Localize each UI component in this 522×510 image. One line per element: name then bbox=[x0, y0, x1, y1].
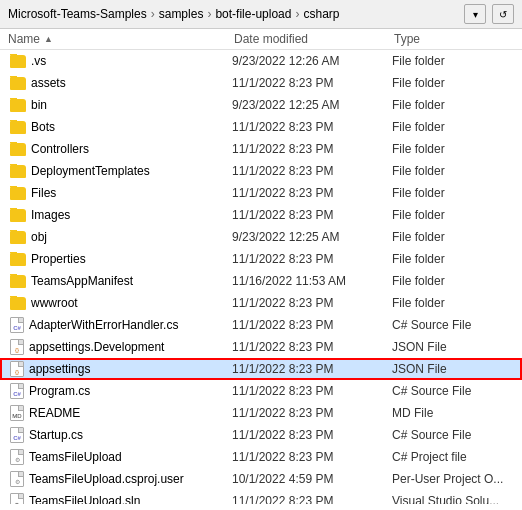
type-column-header[interactable]: Type bbox=[394, 32, 514, 46]
table-row[interactable]: Bots 11/1/2022 8:23 PM File folder bbox=[0, 116, 522, 138]
file-date: 11/1/2022 8:23 PM bbox=[232, 76, 392, 90]
table-row[interactable]: C# AdapterWithErrorHandler.cs 11/1/2022 … bbox=[0, 314, 522, 336]
cs-file-icon: C# bbox=[10, 427, 24, 443]
table-row[interactable]: ⚙ TeamsFileUpload 11/1/2022 8:23 PM C# P… bbox=[0, 446, 522, 468]
table-row[interactable]: C# Startup.cs 11/1/2022 8:23 PM C# Sourc… bbox=[0, 424, 522, 446]
file-name-cell: wwwroot bbox=[10, 296, 232, 310]
breadcrumb-csharp[interactable]: csharp bbox=[303, 7, 339, 21]
file-name-cell: DeploymentTemplates bbox=[10, 164, 232, 178]
file-type: JSON File bbox=[392, 362, 512, 376]
folder-icon bbox=[10, 209, 26, 222]
file-name-cell: obj bbox=[10, 230, 232, 244]
table-row[interactable]: ■ TeamsFileUpload.sln 11/1/2022 8:23 PM … bbox=[0, 490, 522, 504]
file-name: Startup.cs bbox=[29, 428, 83, 442]
table-row[interactable]: DeploymentTemplates 11/1/2022 8:23 PM Fi… bbox=[0, 160, 522, 182]
folder-icon bbox=[10, 231, 26, 244]
file-type: File folder bbox=[392, 296, 512, 310]
file-date: 11/16/2022 11:53 AM bbox=[232, 274, 392, 288]
table-row[interactable]: C# Program.cs 11/1/2022 8:23 PM C# Sourc… bbox=[0, 380, 522, 402]
file-type: MD File bbox=[392, 406, 512, 420]
table-row[interactable]: Images 11/1/2022 8:23 PM File folder bbox=[0, 204, 522, 226]
file-name-cell: Properties bbox=[10, 252, 232, 266]
file-type: File folder bbox=[392, 120, 512, 134]
file-type: C# Project file bbox=[392, 450, 512, 464]
file-name: DeploymentTemplates bbox=[31, 164, 150, 178]
file-type: Per-User Project O... bbox=[392, 472, 512, 486]
file-name-cell: bin bbox=[10, 98, 232, 112]
proj-file-icon: ⚙ bbox=[10, 449, 24, 465]
file-name: appsettings bbox=[29, 362, 90, 376]
file-name-cell: C# Program.cs bbox=[10, 383, 232, 399]
file-date: 11/1/2022 8:23 PM bbox=[232, 494, 392, 504]
table-row[interactable]: wwwroot 11/1/2022 8:23 PM File folder bbox=[0, 292, 522, 314]
file-name-cell: ⚙ TeamsFileUpload.csproj.user bbox=[10, 471, 232, 487]
file-type: File folder bbox=[392, 230, 512, 244]
file-name: Images bbox=[31, 208, 70, 222]
file-type: File folder bbox=[392, 142, 512, 156]
table-row[interactable]: ⚙ TeamsFileUpload.csproj.user 10/1/2022 … bbox=[0, 468, 522, 490]
file-name-cell: Controllers bbox=[10, 142, 232, 156]
file-name-cell: ⚙ TeamsFileUpload bbox=[10, 449, 232, 465]
file-type: File folder bbox=[392, 208, 512, 222]
file-name: Files bbox=[31, 186, 56, 200]
file-date: 11/1/2022 8:23 PM bbox=[232, 318, 392, 332]
table-row[interactable]: Controllers 11/1/2022 8:23 PM File folde… bbox=[0, 138, 522, 160]
dropdown-button[interactable]: ▾ bbox=[464, 4, 486, 24]
table-row[interactable]: .vs 9/23/2022 12:26 AM File folder bbox=[0, 50, 522, 72]
file-type: File folder bbox=[392, 274, 512, 288]
refresh-button[interactable]: ↺ bbox=[492, 4, 514, 24]
file-name: Bots bbox=[31, 120, 55, 134]
file-date: 11/1/2022 8:23 PM bbox=[232, 428, 392, 442]
file-type: File folder bbox=[392, 164, 512, 178]
file-name: bin bbox=[31, 98, 47, 112]
sort-arrow-icon: ▲ bbox=[44, 34, 53, 44]
file-name: TeamsFileUpload.csproj.user bbox=[29, 472, 184, 486]
file-name: .vs bbox=[31, 54, 46, 68]
file-date: 11/1/2022 8:23 PM bbox=[232, 120, 392, 134]
table-row[interactable]: Files 11/1/2022 8:23 PM File folder bbox=[0, 182, 522, 204]
breadcrumb: Microsoft-Teams-Samples › samples › bot-… bbox=[8, 7, 339, 21]
title-controls: ▾ ↺ bbox=[464, 4, 514, 24]
file-date: 9/23/2022 12:25 AM bbox=[232, 230, 392, 244]
file-list: .vs 9/23/2022 12:26 AM File folder asset… bbox=[0, 50, 522, 504]
breadcrumb-bot-file-upload[interactable]: bot-file-upload bbox=[215, 7, 291, 21]
file-type: Visual Studio Solu... bbox=[392, 494, 512, 504]
table-row[interactable]: TeamsAppManifest 11/16/2022 11:53 AM Fil… bbox=[0, 270, 522, 292]
file-date: 11/1/2022 8:23 PM bbox=[232, 296, 392, 310]
file-type: File folder bbox=[392, 252, 512, 266]
file-date: 11/1/2022 8:23 PM bbox=[232, 450, 392, 464]
folder-icon bbox=[10, 187, 26, 200]
table-row[interactable]: obj 9/23/2022 12:25 AM File folder bbox=[0, 226, 522, 248]
file-name: TeamsFileUpload bbox=[29, 450, 122, 464]
json-file-icon: {} bbox=[10, 339, 24, 355]
json-file-icon: {} bbox=[10, 361, 24, 377]
file-name-cell: ■ TeamsFileUpload.sln bbox=[10, 493, 232, 504]
table-row[interactable]: MD README 11/1/2022 8:23 PM MD File bbox=[0, 402, 522, 424]
file-name: README bbox=[29, 406, 80, 420]
breadcrumb-samples[interactable]: samples bbox=[159, 7, 204, 21]
folder-icon bbox=[10, 275, 26, 288]
file-date: 11/1/2022 8:23 PM bbox=[232, 406, 392, 420]
md-file-icon: MD bbox=[10, 405, 24, 421]
date-column-header[interactable]: Date modified bbox=[234, 32, 394, 46]
table-row[interactable]: bin 9/23/2022 12:25 AM File folder bbox=[0, 94, 522, 116]
table-row[interactable]: Properties 11/1/2022 8:23 PM File folder bbox=[0, 248, 522, 270]
table-row[interactable]: {} appsettings.Development 11/1/2022 8:2… bbox=[0, 336, 522, 358]
table-row[interactable]: assets 11/1/2022 8:23 PM File folder bbox=[0, 72, 522, 94]
folder-icon bbox=[10, 99, 26, 112]
file-name: appsettings.Development bbox=[29, 340, 164, 354]
name-column-header[interactable]: Name ▲ bbox=[8, 32, 234, 46]
file-date: 11/1/2022 8:23 PM bbox=[232, 384, 392, 398]
folder-icon bbox=[10, 55, 26, 68]
file-date: 9/23/2022 12:26 AM bbox=[232, 54, 392, 68]
breadcrumb-root[interactable]: Microsoft-Teams-Samples bbox=[8, 7, 147, 21]
file-name-cell: {} appsettings bbox=[10, 361, 232, 377]
table-row[interactable]: {} appsettings 11/1/2022 8:23 PM JSON Fi… bbox=[0, 358, 522, 380]
file-name-cell: MD README bbox=[10, 405, 232, 421]
title-bar: Microsoft-Teams-Samples › samples › bot-… bbox=[0, 0, 522, 29]
folder-icon bbox=[10, 77, 26, 90]
file-name: TeamsFileUpload.sln bbox=[29, 494, 140, 504]
file-date: 11/1/2022 8:23 PM bbox=[232, 252, 392, 266]
sln-file-icon: ■ bbox=[10, 493, 24, 504]
file-name-cell: TeamsAppManifest bbox=[10, 274, 232, 288]
